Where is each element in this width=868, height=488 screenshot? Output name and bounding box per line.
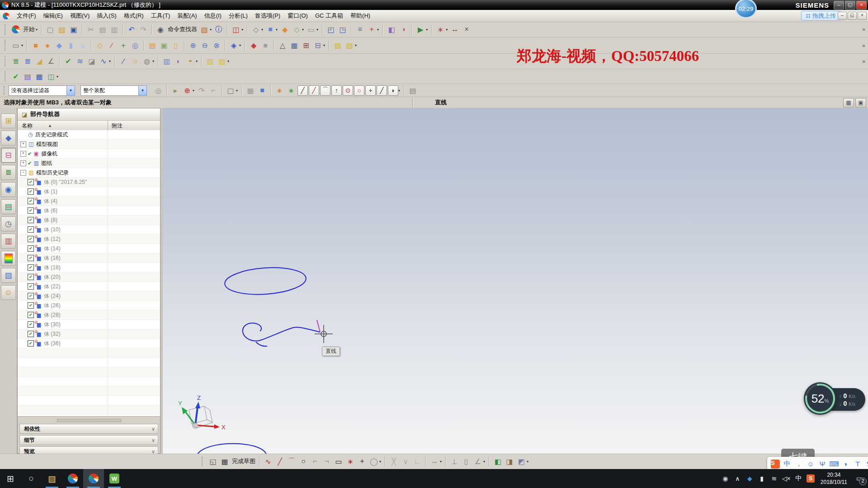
visibility-checkbox[interactable]: ✔: [28, 245, 34, 252]
reflection-icon[interactable]: ◍: [142, 56, 152, 67]
sketch-task-icon[interactable]: ◱: [208, 456, 218, 467]
mdi-minimize-button[interactable]: –: [838, 12, 847, 20]
network-speed-widget[interactable]: ↑ 0 K/s ↓ 0 K/s 52 %: [804, 382, 867, 418]
snap-arc-icon[interactable]: ⌒: [320, 85, 330, 96]
rotate-select-icon[interactable]: ↷: [196, 85, 207, 96]
snap-endpoint-icon[interactable]: ╱: [309, 85, 319, 96]
emoji-icon[interactable]: ☺: [806, 459, 816, 469]
chamfer-icon[interactable]: ◆: [248, 40, 259, 51]
dropdown-caret-icon[interactable]: ▾: [57, 75, 58, 79]
analysis-icon[interactable]: ∠: [46, 56, 57, 67]
paste-icon[interactable]: ▥: [109, 24, 120, 35]
close-button[interactable]: ×: [856, 1, 867, 9]
dropdown-caret-icon[interactable]: ▾: [109, 59, 111, 63]
ime-mode-icon[interactable]: 中: [782, 459, 792, 469]
drag-upload-button[interactable]: ∷ 拖拽上传: [801, 11, 841, 21]
sketch-arc-small[interactable]: [256, 342, 267, 346]
clock-history-icon[interactable]: ◷: [1, 216, 16, 231]
wifi-icon[interactable]: ≋: [768, 475, 780, 482]
datum-plane-icon[interactable]: ◇: [94, 40, 105, 51]
quick-trim-icon[interactable]: ╳: [388, 456, 399, 467]
arc-icon[interactable]: ⌒: [286, 456, 297, 467]
visibility-checkbox[interactable]: ✔: [28, 312, 34, 318]
make-corner-icon[interactable]: ∟: [412, 456, 423, 467]
tree-row[interactable]: ✔▆⊘体 (22): [18, 282, 160, 291]
visibility-checkbox[interactable]: ✔: [28, 302, 34, 309]
toolbar-overflow-icon[interactable]: »: [862, 58, 865, 65]
start-logo-icon[interactable]: [10, 24, 21, 35]
snap-midpoint-icon[interactable]: ↑: [331, 85, 342, 96]
history-palette-icon[interactable]: ▤: [1, 199, 16, 214]
ramp-icon[interactable]: ◢: [34, 56, 45, 67]
snap-line-icon[interactable]: ╱: [297, 85, 308, 96]
sketch-relations-icon[interactable]: ◩: [516, 456, 527, 467]
visibility-checkbox[interactable]: ✔: [28, 293, 34, 299]
dropdown-caret-icon[interactable]: ▾: [241, 28, 243, 32]
check-geometry-icon[interactable]: ✔: [63, 56, 74, 67]
pen-icon[interactable]: ∕: [118, 56, 129, 67]
face-analysis-icon[interactable]: ◆: [279, 24, 290, 35]
tree-row[interactable]: ✔▆⊘体 (4): [18, 197, 160, 206]
visibility-checkbox[interactable]: ✔: [28, 236, 34, 242]
combo-arrow-icon[interactable]: ▼: [138, 86, 146, 95]
finish-sketch-label[interactable]: 完成草图: [232, 457, 255, 465]
dropdown-caret-icon[interactable]: ▾: [446, 28, 448, 32]
assembly-navigator-icon[interactable]: ⊞: [1, 113, 16, 128]
command-finder-icon[interactable]: ◉: [155, 24, 166, 35]
start-label[interactable]: 开始: [23, 25, 35, 33]
mirror-feature-icon[interactable]: ⊟: [312, 40, 323, 51]
command-finder-label[interactable]: 命令查找器: [168, 25, 197, 33]
scene-wizard-icon[interactable]: ▨: [1, 268, 16, 283]
rib-icon[interactable]: ▯: [170, 40, 181, 51]
pocket-icon[interactable]: ▣: [159, 40, 170, 51]
dropdown-caret-icon[interactable]: ▾: [21, 43, 23, 47]
explorer-button[interactable]: ▨: [42, 469, 62, 488]
star-snap-icon[interactable]: ∗: [286, 85, 297, 96]
visual-effects-icon[interactable]: ◓: [185, 56, 196, 67]
save-icon[interactable]: ▣: [68, 24, 79, 35]
sketch-ellipse[interactable]: [224, 265, 307, 297]
roles-icon[interactable]: ☺: [1, 285, 16, 300]
mdi-restore-button[interactable]: ◱: [848, 12, 857, 20]
dropdown-caret-icon[interactable]: ▾: [323, 43, 325, 47]
rectangle-icon[interactable]: ▭: [333, 456, 344, 467]
reuse-library-icon[interactable]: ≣: [1, 165, 16, 180]
tree-row[interactable]: +◫模型视图: [18, 140, 160, 149]
process-studio-icon[interactable]: ▥: [1, 234, 16, 249]
mic-icon[interactable]: Ψ: [817, 459, 827, 469]
orient-view-icon[interactable]: ◇: [250, 24, 261, 35]
undo-icon[interactable]: ↶: [126, 24, 137, 35]
new-window-icon[interactable]: ◰: [326, 24, 336, 35]
die-icon[interactable]: ▦: [245, 85, 256, 96]
view-section-icon[interactable]: ◫: [46, 71, 57, 82]
wcs-icon[interactable]: +: [366, 24, 377, 35]
battery-icon[interactable]: ▮: [756, 475, 768, 482]
tree-row[interactable]: +✔▥图纸: [18, 159, 160, 168]
subtract-icon[interactable]: ⊖: [199, 40, 210, 51]
dimension-icon[interactable]: ↔: [429, 456, 440, 467]
column-note[interactable]: 附注: [108, 122, 160, 130]
menu-item-4[interactable]: 格式(R): [120, 10, 147, 21]
punctuation-icon[interactable]: ，: [794, 459, 804, 469]
menu-item-8[interactable]: 分析(L): [225, 10, 251, 21]
toolbox-icon[interactable]: ⚒: [864, 459, 868, 469]
tree-row[interactable]: ✔▆⊘体 (1): [18, 187, 160, 197]
show-hide-icon[interactable]: ◑: [398, 24, 409, 35]
chevron-down-icon[interactable]: ∨: [151, 437, 155, 443]
section-icon[interactable]: ◪: [86, 56, 97, 67]
clipboard-icon[interactable]: ▤: [407, 85, 418, 96]
shaded-view-icon[interactable]: ■: [265, 24, 276, 35]
revolve-icon[interactable]: ●: [42, 40, 53, 51]
soft-keyboard-icon[interactable]: ⌨: [829, 459, 839, 469]
color-feature-icon[interactable]: ▧: [205, 56, 216, 67]
edit-display-icon[interactable]: ◧: [386, 24, 397, 35]
layer-settings-icon[interactable]: ≡: [354, 24, 365, 35]
material-icon[interactable]: ◐: [173, 56, 184, 67]
hole-icon[interactable]: ◎: [130, 40, 141, 51]
offset-curve-icon[interactable]: ◯: [368, 456, 379, 467]
sphere-analysis-icon[interactable]: ○: [130, 56, 141, 67]
sogou-logo-icon[interactable]: S: [770, 459, 780, 469]
tree-row[interactable]: ✔▆⊘体 (14): [18, 244, 160, 253]
visibility-checkbox[interactable]: ✔: [28, 207, 34, 214]
restore-button[interactable]: ◱: [845, 1, 855, 9]
